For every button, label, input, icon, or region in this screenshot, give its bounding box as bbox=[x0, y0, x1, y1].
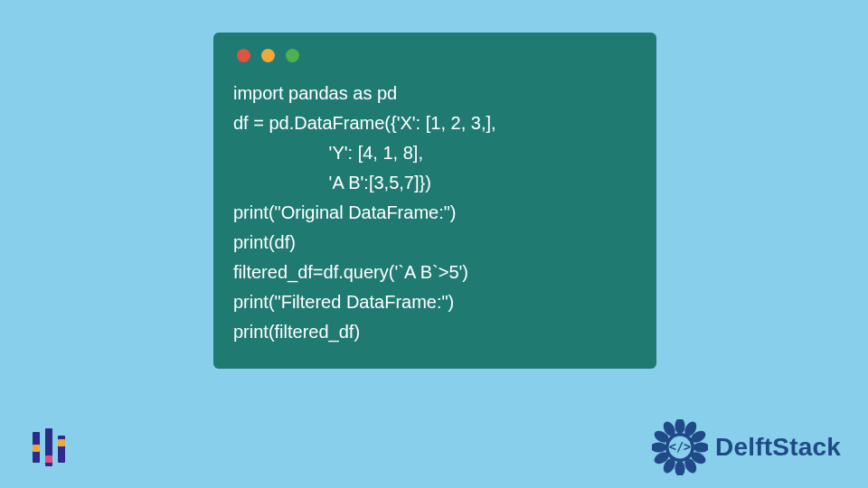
mini-logo-icon bbox=[33, 428, 65, 466]
brand-gear-icon: </> bbox=[652, 419, 708, 475]
close-icon[interactable] bbox=[237, 49, 250, 62]
brand: </> DelftStack bbox=[652, 419, 841, 475]
code-card: import pandas as pd df = pd.DataFrame({'… bbox=[213, 33, 656, 369]
footer-bar: </> DelftStack bbox=[0, 412, 868, 483]
code-block: import pandas as pd df = pd.DataFrame({'… bbox=[233, 79, 637, 347]
svg-text:</>: </> bbox=[669, 439, 692, 454]
maximize-icon[interactable] bbox=[286, 49, 299, 62]
brand-name: DelftStack bbox=[715, 433, 841, 462]
minimize-icon[interactable] bbox=[261, 49, 275, 62]
window-controls bbox=[233, 49, 637, 62]
